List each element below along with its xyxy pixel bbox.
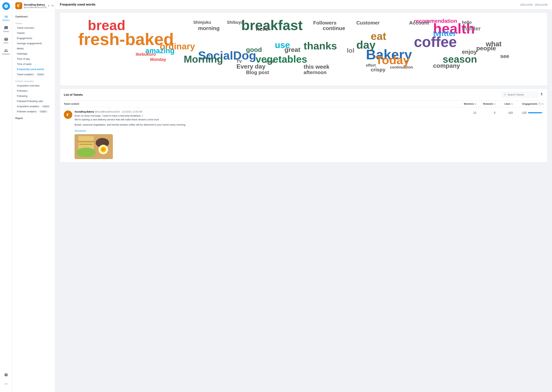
sidebar-item-engagements[interactable]: Engagements [12, 35, 55, 41]
content-area: breadbreakfastfresh-bakedhealthSocialDog… [55, 9, 552, 392]
search-input-wrap [501, 92, 538, 98]
sidebar-item-media[interactable]: Media [12, 46, 55, 51]
svg-point-6 [102, 148, 105, 151]
account-handle: @GoodBreadSince2016 [24, 6, 47, 8]
tweets-list-header: List of Tweets [60, 89, 547, 101]
sidebar-item-inbox[interactable]: Inbox [0, 35, 12, 45]
tweets-section: Tweets Tweet overview Tweets Engagements… [12, 21, 55, 77]
table-row: 🍞 SocialDog Bakery @GoodBreadSince2016 ·… [60, 107, 547, 162]
mentions-sort-icon: ⇅ [475, 103, 476, 105]
sidebar-item-following[interactable]: Following [12, 93, 55, 98]
word-cloud-word: people [476, 45, 496, 51]
word-cloud-word: here [256, 26, 269, 32]
col-header-likes[interactable]: Likes ⇅ [495, 103, 513, 105]
analytics-label: Analytics [2, 19, 10, 21]
sidebar-item-followers[interactable]: Followers [0, 47, 12, 57]
sidebar-item-tweet-overview[interactable]: Tweet overview [12, 25, 55, 30]
word-cloud-word: Account [409, 20, 429, 25]
svg-rect-7 [77, 141, 95, 142]
sidebar-item-frequently-used-words[interactable]: Frequently used words [12, 67, 55, 72]
col-header-engagements[interactable]: Engagements ? ⇅ [513, 103, 543, 105]
refresh-icon[interactable]: ↻ [51, 4, 54, 7]
tweet-text: Even on busy mornings, I want to have a … [74, 114, 457, 133]
acquisition-analytics-badge: Legacy [42, 105, 50, 108]
sidebar-item-average-engagements[interactable]: Average engagements [12, 41, 55, 46]
col-header-content: Tweet content [64, 103, 457, 105]
download-button[interactable] [540, 92, 543, 97]
word-cloud-word: twitter [433, 29, 456, 37]
sidebar-item-acquisition-overview[interactable]: Acquisition overview [12, 83, 55, 88]
sidebar-item-tweet-analytics[interactable]: Tweet analytics Legacy [12, 72, 55, 77]
word-cloud-word: lol [347, 47, 354, 54]
word-cloud-word: Blog post [246, 70, 269, 75]
word-cloud-word: breakfast [241, 18, 303, 32]
follower-acquisition-section-title: Follower acquisition [12, 78, 55, 83]
word-cloud-word: day [356, 39, 376, 50]
sidebar-item-follower-analytics[interactable]: Follower analytics Legacy [12, 109, 55, 114]
word-cloud-word: see [500, 54, 509, 59]
sidebar-item-tweets[interactable]: Tweets [12, 30, 55, 35]
word-cloud-word: continue [323, 26, 345, 31]
tweet-line-1: Even on busy mornings, I want to have a … [74, 114, 457, 118]
tweet-date: · [120, 111, 122, 113]
tweets-label: Tweets [3, 30, 9, 33]
sidebar-item-tweets[interactable]: Tweets [0, 24, 12, 34]
search-tweets-input[interactable] [508, 93, 536, 96]
sidebar-item-report[interactable]: Report [12, 116, 55, 121]
word-cloud-word: Ikebukuro [136, 52, 156, 56]
more-options-button[interactable] [3, 380, 10, 387]
engagements-info-icon: ? [538, 103, 541, 105]
engagement-bar-fill [528, 112, 542, 113]
retweets-stat: 5 [476, 111, 495, 114]
engagements-cell: 120 [513, 111, 543, 114]
account-dropdown-icon[interactable]: ▾ [48, 4, 49, 7]
tweet-line-3: Bread, seasonal vegetables, and freshly … [74, 123, 457, 127]
svg-rect-8 [79, 144, 93, 145]
topbar: Frequently used words 2021/11/01 - 2021/… [55, 0, 552, 9]
likes-stat: 103 [495, 111, 513, 114]
word-cloud-card: breadbreakfastfresh-bakedhealthSocialDog… [60, 13, 547, 85]
tweets-list-card: List of Tweets Tweet content Mentions ⇅ [60, 89, 547, 162]
engagements-value: 120 [522, 111, 527, 114]
col-header-mentions[interactable]: Mentions ⇅ [457, 103, 476, 105]
icon-bar-bottom [3, 371, 10, 390]
tweet-content-cell: 🍞 SocialDog Bakery @GoodBreadSince2016 ·… [64, 111, 457, 159]
icon-bar: Analytics Tweets Inbox Followers [0, 0, 12, 392]
sidebar-item-hashtags[interactable]: Hashtags [12, 51, 55, 56]
sidebar-item-dashboard[interactable]: Dashboard [12, 14, 55, 19]
word-cloud-word: hello [462, 20, 472, 25]
sidebar-item-analytics[interactable]: Analytics [0, 13, 12, 23]
help-button[interactable] [3, 371, 10, 378]
sidebar-item-acquisition-analytics[interactable]: Acquisition analytics Legacy [12, 104, 55, 109]
word-cloud-word: morning [198, 26, 220, 31]
word-cloud-word: great [284, 46, 300, 53]
word-cloud-word: vegetables [256, 54, 307, 64]
word-cloud-word: continuation [390, 65, 413, 69]
sidebar-item-followers[interactable]: Followers [12, 88, 55, 93]
svg-point-3 [76, 147, 96, 157]
followers-label: Followers [2, 53, 10, 55]
tweet-line-2: We're starting a new delivery service th… [74, 118, 457, 122]
word-cloud-word: effort [366, 63, 376, 67]
sidebar-item-time-of-week[interactable]: Time of week [12, 62, 55, 67]
page-title: Frequently used words [60, 3, 95, 7]
app-logo[interactable] [2, 2, 10, 10]
sidebar-item-follower-following-ratio[interactable]: Follower/Following ratio [12, 98, 55, 104]
col-header-retweets[interactable]: Retweets ⇅ [476, 103, 495, 105]
tweets-section-title: Tweets [12, 21, 55, 25]
word-cloud: breadbreakfastfresh-bakedhealthSocialDog… [64, 16, 543, 82]
word-cloud-word: company [433, 63, 460, 69]
tweets-table-header: Tweet content Mentions ⇅ Retweets ⇅ Like… [60, 101, 547, 107]
word-cloud-word: Today [376, 54, 410, 66]
word-cloud-word: this week [304, 64, 329, 70]
tweet-hashtag[interactable]: #breakfast [74, 129, 86, 132]
tweet-list-title: List of Tweets [64, 93, 83, 96]
tweet-analytics-badge: Legacy [36, 73, 45, 76]
inbox-label: Inbox [4, 42, 8, 44]
account-avatar: 🍞 [15, 2, 22, 9]
word-cloud-word: fresh-baked [78, 31, 174, 48]
engagement-bar-track [528, 112, 543, 113]
sidebar-navigation: Dashboard Tweets Tweet overview Tweets E… [12, 12, 55, 123]
sidebar-item-time-of-day[interactable]: Time of day [12, 56, 55, 62]
word-cloud-word: crispy [371, 67, 385, 72]
